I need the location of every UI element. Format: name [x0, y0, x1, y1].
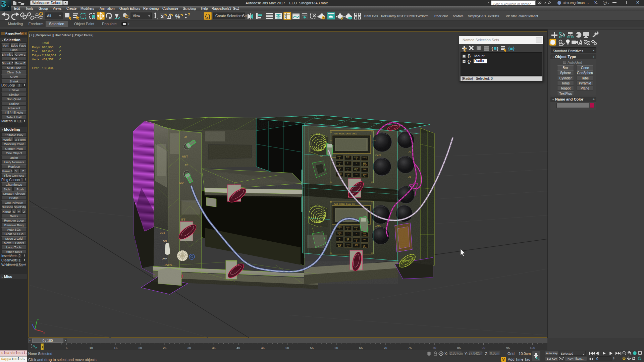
- svg-text:469,357: 469,357: [42, 57, 53, 61]
- svg-text:FPS:: FPS:: [32, 66, 39, 70]
- svg-text:Polys:: Polys:: [32, 45, 41, 49]
- svg-text:%: %: [175, 13, 180, 20]
- svg-text:{}: {}: [464, 48, 467, 52]
- svg-text:Verts:: Verts:: [32, 57, 40, 61]
- svg-text:95: 95: [506, 346, 510, 350]
- svg-text:10: 10: [90, 346, 93, 350]
- svg-text:{■}: {■}: [508, 46, 515, 51]
- svg-text:55: 55: [310, 346, 314, 350]
- svg-text:40: 40: [236, 346, 240, 350]
- svg-text:65: 65: [359, 346, 363, 350]
- svg-text:70: 70: [384, 346, 387, 350]
- svg-text:Edges:: Edges:: [32, 53, 42, 57]
- svg-text:All: All: [47, 14, 51, 18]
- svg-text:80: 80: [433, 346, 436, 350]
- svg-text:75: 75: [408, 346, 412, 350]
- svg-text:918,903: 918,903: [42, 45, 53, 49]
- svg-text:50: 50: [285, 346, 289, 350]
- svg-text:y: y: [37, 318, 39, 321]
- svg-text:0: 0: [59, 45, 61, 49]
- svg-text:{: {: [491, 46, 493, 51]
- svg-text:?: ?: [188, 12, 190, 16]
- svg-text:20: 20: [139, 346, 142, 350]
- svg-text:60: 60: [335, 346, 338, 350]
- svg-text:136.334: 136.334: [42, 66, 53, 70]
- svg-text:Tris:: Tris:: [32, 49, 38, 53]
- svg-text:100: 100: [530, 346, 535, 350]
- svg-text:[ + ] [ Perspective ] [ User D: [ + ] [ Perspective ] [ User Defined ] […: [29, 34, 93, 37]
- svg-text:90: 90: [482, 346, 485, 350]
- svg-text:3: 3: [161, 14, 164, 19]
- svg-text:25: 25: [163, 346, 167, 350]
- svg-text:85: 85: [457, 346, 461, 350]
- svg-text:Total: Total: [42, 41, 49, 45]
- svg-text:0: 0: [59, 49, 61, 53]
- svg-text:35: 35: [212, 346, 216, 350]
- svg-text:{,}: {,}: [205, 13, 210, 19]
- svg-text:x: x: [43, 331, 45, 334]
- svg-text:15: 15: [114, 346, 118, 350]
- svg-text:45: 45: [261, 346, 265, 350]
- svg-text:30: 30: [187, 346, 191, 350]
- svg-text:2,746,554: 2,746,554: [42, 53, 56, 57]
- svg-text:0: 0: [59, 53, 61, 57]
- svg-text:0: 0: [59, 57, 61, 61]
- svg-text:View: View: [133, 14, 140, 18]
- svg-text:}: }: [497, 46, 498, 51]
- svg-text:926,040: 926,040: [42, 49, 53, 53]
- svg-text:5: 5: [66, 346, 67, 350]
